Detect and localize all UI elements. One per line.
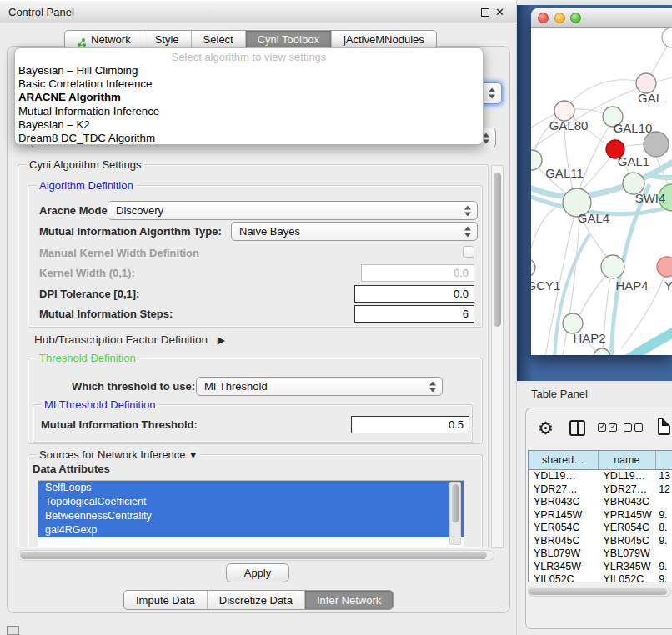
table-row[interactable]: YDR27…YDR27…12 bbox=[529, 483, 672, 497]
settings-scrollbar-thumb[interactable] bbox=[494, 172, 501, 327]
mi-type-combobox[interactable]: Naive Bayes bbox=[231, 222, 478, 241]
float-panel-icon[interactable] bbox=[481, 8, 489, 17]
network-edges-thick bbox=[531, 159, 672, 355]
minimize-window-icon[interactable] bbox=[554, 12, 565, 23]
attributes-scrollbar-thumb[interactable] bbox=[452, 484, 459, 522]
collapse-down-icon: ▼ bbox=[188, 450, 198, 460]
which-threshold-combobox[interactable]: MI Threshold bbox=[196, 377, 443, 396]
tab-jactivemnodules[interactable]: jActiveMNodules bbox=[331, 31, 436, 48]
algorithm-option[interactable]: Basic Correlation Inference bbox=[15, 78, 483, 91]
settings-hscrollbar[interactable] bbox=[18, 550, 494, 561]
attributes-scrollbar[interactable] bbox=[449, 482, 461, 545]
table-row[interactable]: YPR145WYPR145W9. bbox=[529, 509, 672, 522]
algorithm-option[interactable]: Dream8 DC_TDC Algorithm bbox=[15, 132, 483, 145]
column-header-partial[interactable] bbox=[656, 451, 672, 470]
tab-discretize-label: Discretize Data bbox=[219, 592, 293, 609]
table-row[interactable]: YBL079WYBL079W bbox=[529, 548, 672, 561]
sources-legend[interactable]: Sources for Network Inference ▼ bbox=[36, 448, 201, 461]
tab-infer-network[interactable]: Infer Network bbox=[304, 591, 393, 609]
table-hscrollbar[interactable] bbox=[528, 587, 671, 597]
mi-steps-input[interactable]: 6 bbox=[354, 305, 474, 322]
table-row[interactable]: YDL19…YDL19…13 bbox=[529, 470, 672, 483]
export-table-icon[interactable] bbox=[658, 418, 670, 435]
tab-infer-label: Infer Network bbox=[317, 592, 381, 609]
table-row[interactable]: YLR345WYLR345W9. bbox=[529, 561, 672, 574]
manual-kernel-label: Manual Kernel Width Definition bbox=[39, 247, 199, 259]
cell-shared: YBL079W bbox=[529, 548, 599, 561]
kernel-width-input[interactable]: 0.0 bbox=[361, 264, 474, 282]
cell-value: 9. bbox=[656, 561, 672, 574]
settings-hscrollbar-thumb[interactable] bbox=[20, 552, 487, 559]
node-label: HAP4 bbox=[615, 278, 648, 292]
minimized-panel-icon[interactable] bbox=[7, 626, 19, 635]
deselect-all-icon[interactable] bbox=[624, 423, 643, 432]
aracne-mode-combobox[interactable]: Discovery bbox=[108, 201, 478, 220]
apply-button[interactable]: Apply bbox=[226, 563, 289, 582]
table-row[interactable]: YBR043CYBR043C bbox=[529, 496, 672, 509]
sources-legend-label: Sources for Network Inference bbox=[39, 448, 186, 461]
dpi-tolerance-input[interactable]: 0.0 bbox=[354, 285, 474, 302]
node-gray[interactable] bbox=[644, 132, 669, 157]
table-hscrollbar-thumb[interactable] bbox=[529, 588, 667, 595]
node-salmon[interactable] bbox=[657, 257, 672, 277]
column-layout-icon[interactable] bbox=[569, 420, 585, 436]
node-label: SWI4 bbox=[635, 191, 666, 205]
list-item[interactable]: TopologicalCoefficient bbox=[38, 495, 464, 509]
mi-threshold-input[interactable]: 0.5 bbox=[351, 416, 469, 433]
node-gcy1[interactable] bbox=[531, 258, 535, 277]
tab-select-label: Select bbox=[203, 31, 233, 48]
algorithm-option[interactable]: Bayesian – K2 bbox=[15, 118, 483, 132]
node-gal11[interactable] bbox=[531, 150, 542, 170]
dpi-tolerance-label: DPI Tolerance [0,1]: bbox=[39, 288, 139, 300]
tab-network[interactable]: Network bbox=[65, 31, 143, 48]
manual-kernel-checkbox[interactable] bbox=[463, 246, 474, 258]
close-window-icon[interactable] bbox=[538, 12, 549, 23]
zoom-window-icon[interactable] bbox=[570, 12, 581, 23]
node-label: GAL bbox=[638, 91, 663, 105]
node-hap4[interactable] bbox=[601, 255, 624, 278]
mi-threshold-label: Mutual Information Threshold: bbox=[41, 418, 198, 431]
cell-value: 9. bbox=[656, 509, 672, 522]
tab-style[interactable]: Style bbox=[143, 31, 191, 48]
cell-value: 8. bbox=[656, 522, 672, 535]
column-header-name[interactable]: name bbox=[599, 451, 657, 470]
hub-definition-expander[interactable]: Hub/Transcription Factor Definition ▶ bbox=[34, 333, 225, 346]
list-item[interactable]: SelfLoops bbox=[38, 481, 464, 495]
node-partial[interactable] bbox=[662, 28, 672, 48]
tab-impute-data[interactable]: Impute Data bbox=[124, 591, 207, 609]
settings-scrollbar[interactable] bbox=[491, 165, 504, 548]
algorithm-option-selected[interactable]: ARACNE Algorithm bbox=[15, 91, 483, 104]
cell-name: YLR345W bbox=[599, 561, 657, 574]
node-partial-bottom[interactable] bbox=[594, 348, 610, 355]
cell-name: YDL19… bbox=[599, 470, 657, 483]
list-item[interactable]: BetweennessCentrality bbox=[38, 509, 464, 523]
tab-select[interactable]: Select bbox=[191, 31, 245, 48]
cell-name: YBL079W bbox=[599, 548, 657, 561]
threshold-definition-legend: Threshold Definition bbox=[36, 352, 139, 364]
node-label: HAP2 bbox=[573, 331, 605, 345]
table-row[interactable]: YBR045CYBR045C9. bbox=[529, 535, 672, 548]
table-panel-title: Table Panel bbox=[531, 388, 588, 400]
tab-discretize-data[interactable]: Discretize Data bbox=[207, 591, 304, 609]
table-row[interactable]: YIL052CYIL052C9. bbox=[529, 573, 672, 582]
column-header-shared-name[interactable]: shared… bbox=[529, 451, 599, 470]
tab-cyni-toolbox[interactable]: Cyni Toolbox bbox=[245, 31, 331, 48]
table-panel: ⚙ shared… name YDL19…YDL19…13 YDR27…YDR2… bbox=[525, 408, 672, 629]
cell-value bbox=[656, 548, 672, 561]
unchecked-box-icon bbox=[624, 423, 632, 432]
combo-stepper-icon bbox=[489, 88, 495, 99]
table-row[interactable]: YER054CYER054C8. bbox=[529, 522, 672, 535]
algorithm-option[interactable]: Bayesian – Hill Climbing bbox=[15, 64, 483, 78]
gear-icon[interactable]: ⚙ bbox=[538, 417, 554, 440]
network-window-titlebar[interactable] bbox=[531, 8, 672, 28]
network-edge-thick bbox=[625, 328, 672, 355]
algorithm-dropdown-popup: Select algorithm to view settings Bayesi… bbox=[14, 48, 484, 145]
close-panel-icon[interactable]: ✕ bbox=[495, 5, 504, 20]
select-all-icon[interactable] bbox=[598, 423, 617, 432]
combo-stepper-icon bbox=[464, 205, 471, 216]
list-item[interactable]: gal4RGexp bbox=[38, 523, 464, 538]
cyni-bottom-tabbar: Impute Data Discretize Data Infer Networ… bbox=[123, 590, 394, 610]
checked-box-icon bbox=[598, 423, 606, 432]
algorithm-option[interactable]: Mutual Information Inference bbox=[15, 105, 483, 118]
network-canvas[interactable]: GAL GAL80 GAL10 GAL1 GAL11 SWI4 GAL4 GCY… bbox=[531, 28, 672, 355]
